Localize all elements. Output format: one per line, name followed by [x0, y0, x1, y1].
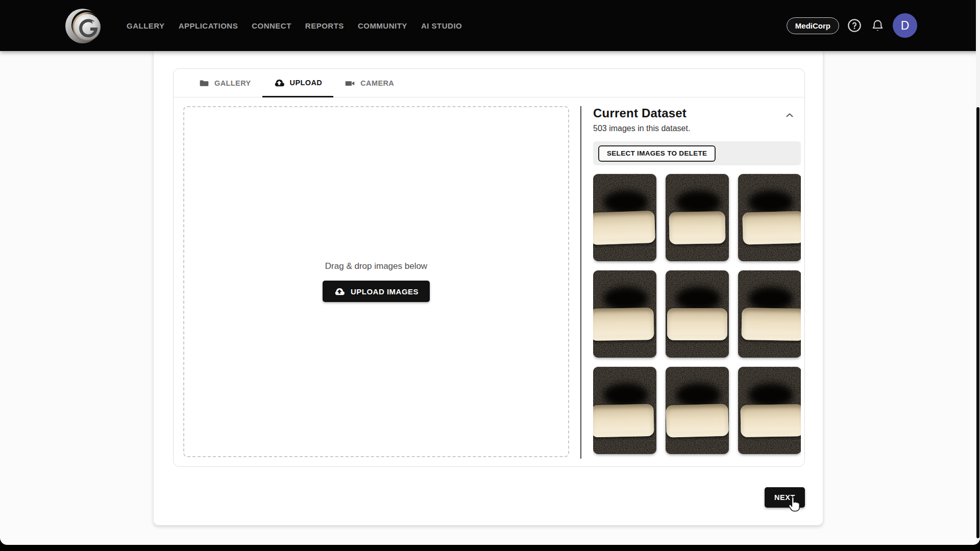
dataset-thumbnail[interactable] [666, 174, 729, 261]
video-camera-icon [345, 78, 355, 89]
top-nav-bar: GALLERY APPLICATIONS CONNECT REPORTS COM… [0, 0, 980, 51]
tab-bar: GALLERY UPLOAD CAMERA [174, 69, 804, 97]
help-button[interactable] [847, 18, 862, 33]
user-avatar[interactable]: D [893, 13, 917, 38]
drag-drop-zone[interactable]: Drag & drop images below UPLOAD IMAGES [183, 106, 569, 457]
main-navigation: GALLERY APPLICATIONS CONNECT REPORTS COM… [127, 0, 462, 51]
current-dataset-panel: Current Dataset 503 images in this datas… [593, 106, 801, 467]
chevron-up-icon [784, 110, 795, 121]
cloud-upload-icon [274, 77, 285, 88]
app-window: GALLERY APPLICATIONS CONNECT REPORTS COM… [0, 0, 980, 545]
dataset-toolbar: SELECT IMAGES TO DELETE [593, 141, 801, 165]
dataset-thumbnail[interactable] [593, 174, 656, 261]
notifications-button[interactable] [870, 18, 885, 33]
folder-icon [199, 78, 209, 88]
dataset-thumbnail[interactable] [593, 367, 656, 454]
nav-item-applications[interactable]: APPLICATIONS [179, 21, 238, 30]
nav-item-community[interactable]: COMMUNITY [358, 21, 407, 30]
tab-camera[interactable]: CAMERA [333, 69, 405, 97]
bell-icon [871, 19, 885, 33]
panel-divider [580, 106, 581, 459]
collapse-panel-button[interactable] [782, 108, 797, 122]
dataset-count-text: 503 images in this dataset. [593, 124, 801, 133]
brand-logo-icon[interactable] [63, 5, 104, 46]
dataset-header: Current Dataset 503 images in this datas… [593, 106, 801, 133]
dataset-thumbnail[interactable] [666, 367, 729, 454]
upload-images-button[interactable]: UPLOAD IMAGES [323, 281, 430, 302]
select-images-to-delete-button[interactable]: SELECT IMAGES TO DELETE [598, 145, 716, 162]
org-badge[interactable]: MediCorp [787, 17, 839, 34]
tab-gallery-label: GALLERY [214, 79, 251, 87]
image-source-card: GALLERY UPLOAD CAMERA Drag & drop i [173, 68, 805, 467]
help-icon [847, 18, 862, 33]
dataset-thumbnail[interactable] [593, 270, 656, 358]
dataset-thumbnail[interactable] [666, 270, 729, 358]
next-button[interactable]: NEXT [765, 487, 805, 508]
nav-item-connect[interactable]: CONNECT [252, 21, 291, 30]
tab-upload-label: UPLOAD [290, 79, 323, 87]
dataset-thumbnail[interactable] [738, 174, 801, 261]
nav-right-cluster: MediCorp D [787, 0, 917, 51]
tab-upload[interactable]: UPLOAD [262, 69, 334, 97]
tab-camera-label: CAMERA [360, 79, 394, 87]
upload-images-label: UPLOAD IMAGES [351, 287, 419, 296]
nav-item-ai-studio[interactable]: AI STUDIO [421, 21, 462, 30]
dataset-thumbnail[interactable] [738, 270, 801, 358]
nav-item-gallery[interactable]: GALLERY [127, 21, 165, 30]
page-scrollbar-thumb[interactable] [976, 107, 979, 538]
cloud-upload-icon [334, 286, 345, 297]
nav-item-reports[interactable]: REPORTS [305, 21, 344, 30]
dataset-thumbnail-grid [593, 174, 801, 454]
tab-gallery[interactable]: GALLERY [188, 69, 262, 97]
dataset-title: Current Dataset [593, 106, 801, 120]
dataset-thumbnail[interactable] [738, 367, 801, 454]
drop-hint-text: Drag & drop images below [325, 261, 427, 271]
content-card: GALLERY UPLOAD CAMERA Drag & drop i [153, 51, 823, 525]
